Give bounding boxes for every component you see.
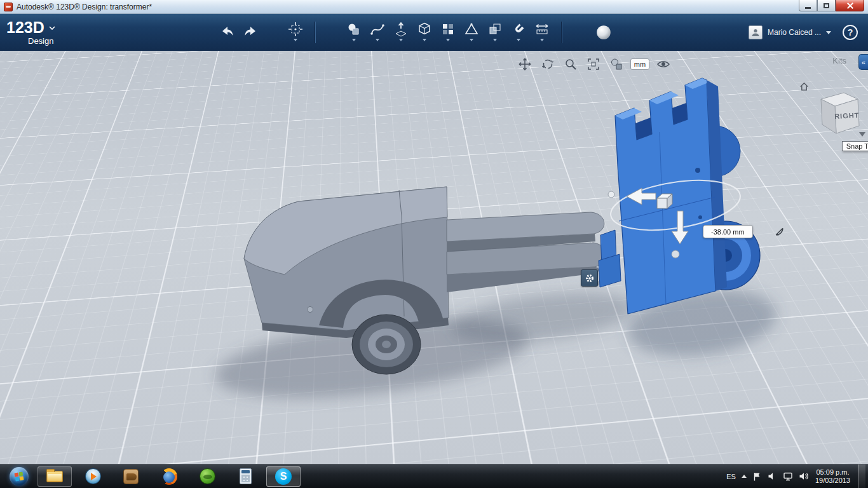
model-part-blue-selected[interactable] <box>599 78 760 314</box>
dropdown-caret-icon <box>423 39 426 43</box>
display-style-icon <box>609 57 623 71</box>
pan-button[interactable] <box>516 56 534 72</box>
titlebar: Autodesk® 123D® Design: transformer* <box>0 0 868 14</box>
skype-icon: S <box>275 468 292 485</box>
fit-icon <box>587 57 600 71</box>
dropdown-caret-icon <box>399 39 403 43</box>
combine-tool-button[interactable] <box>486 20 504 44</box>
viewcube-dropdown-icon[interactable] <box>859 132 865 140</box>
app-window: Autodesk® 123D® Design: transformer* 123… <box>0 0 868 488</box>
dropdown-caret-icon <box>376 39 379 43</box>
speaker-waves-icon <box>799 471 810 481</box>
gear-icon <box>584 273 595 284</box>
undo-button[interactable] <box>218 24 237 41</box>
window-title: Autodesk® 123D® Design: transformer* <box>17 3 152 11</box>
sketch-tool-button[interactable] <box>369 20 386 44</box>
flag-icon <box>752 471 762 482</box>
part-settings-button[interactable] <box>581 269 598 287</box>
viewport-3d[interactable]: mm Kits « RIGHT Snap T -38.00 mm <box>0 51 868 464</box>
visibility-button[interactable] <box>654 56 672 72</box>
taskbar-media-player[interactable] <box>76 466 110 487</box>
transform-tool-button[interactable] <box>287 20 304 44</box>
dimension-input[interactable]: -38.00 mm <box>703 225 753 238</box>
maximize-icon <box>824 3 829 8</box>
kits-panel-toggle[interactable]: « <box>858 54 868 70</box>
taskbar-sketchbook[interactable] <box>114 466 148 487</box>
network-icon <box>783 471 793 482</box>
action-center-button[interactable] <box>752 471 762 482</box>
volume-button[interactable] <box>768 471 777 481</box>
person-icon <box>751 28 760 37</box>
language-indicator[interactable]: ES <box>726 473 736 480</box>
start-button[interactable] <box>3 466 36 487</box>
window-controls <box>799 0 864 11</box>
home-view-button[interactable] <box>799 81 810 93</box>
magnet-icon <box>511 22 526 37</box>
green-app-icon <box>200 468 215 484</box>
undo-icon <box>219 25 236 40</box>
app-menu[interactable]: 123D Design <box>6 20 75 45</box>
dropdown-caret-icon <box>493 39 497 43</box>
maximize-button[interactable] <box>817 0 836 11</box>
firefox-icon <box>161 468 177 485</box>
taskbar-green-app[interactable] <box>190 466 224 487</box>
toolbar-separator <box>315 22 316 43</box>
construct-tool-button[interactable] <box>392 20 410 44</box>
calculator-icon <box>240 468 252 484</box>
material-sphere-icon <box>595 24 612 41</box>
dropdown-caret-icon <box>446 39 450 43</box>
minimize-icon <box>805 7 811 9</box>
units-button[interactable]: mm <box>630 58 649 70</box>
extrude-icon <box>393 22 409 37</box>
audio-button[interactable] <box>799 471 810 481</box>
chevron-down-icon <box>826 31 831 37</box>
taskbar-calculator[interactable] <box>228 466 262 487</box>
truck-wheel-cap <box>382 341 391 348</box>
measure-ruler-icon <box>534 22 550 37</box>
group-tool-button[interactable] <box>463 20 480 44</box>
modify-tool-button[interactable] <box>416 20 433 44</box>
move-transform-icon <box>288 22 303 37</box>
logo-text: 123D <box>6 20 44 36</box>
account-menu[interactable]: Mario Caiced ... <box>749 25 831 39</box>
hidden-icons-button[interactable] <box>742 475 747 478</box>
dropdown-caret-icon <box>352 39 356 43</box>
network-button[interactable] <box>783 471 793 482</box>
sketch-spline-icon <box>370 22 385 37</box>
center-cube-front[interactable] <box>657 198 667 208</box>
system-tray: ES 05:09 p.m. 19/03/2013 <box>726 468 854 485</box>
close-button[interactable] <box>836 0 864 11</box>
dropdown-caret-icon <box>517 39 520 43</box>
zoom-button[interactable] <box>562 56 580 72</box>
tray-date: 19/03/2013 <box>815 477 850 485</box>
minimize-button[interactable] <box>799 0 817 11</box>
close-icon <box>846 2 853 9</box>
combine-cubes-icon <box>487 22 503 37</box>
material-button[interactable] <box>594 23 613 42</box>
viewcube-face-label[interactable]: RIGHT <box>834 111 860 120</box>
pan-icon <box>518 57 532 71</box>
ring-handle[interactable] <box>608 191 614 198</box>
tray-clock[interactable]: 05:09 p.m. 19/03/2013 <box>815 468 850 485</box>
fit-button[interactable] <box>585 56 602 72</box>
primitives-tool-button[interactable] <box>345 20 363 44</box>
show-desktop-button[interactable] <box>858 464 865 488</box>
pattern-tool-button[interactable] <box>439 20 457 44</box>
view-cube[interactable]: RIGHT <box>811 85 864 141</box>
app-icon <box>4 3 13 11</box>
taskbar-explorer[interactable] <box>37 466 72 487</box>
ring-handle[interactable] <box>672 250 679 258</box>
history-group <box>218 24 260 41</box>
transform-group <box>287 20 304 44</box>
snap-tool-button[interactable] <box>510 20 527 44</box>
help-button[interactable]: ? <box>843 25 858 40</box>
taskbar-skype[interactable]: S <box>266 466 301 487</box>
display-style-button[interactable] <box>607 56 625 72</box>
redo-button[interactable] <box>241 24 260 41</box>
scene-canvas <box>0 51 868 464</box>
truck-hole <box>308 307 313 313</box>
orbit-button[interactable] <box>539 56 557 72</box>
measure-tool-button[interactable] <box>533 20 551 44</box>
taskbar-firefox[interactable] <box>152 466 186 487</box>
dimension-options-button[interactable] <box>774 226 785 239</box>
